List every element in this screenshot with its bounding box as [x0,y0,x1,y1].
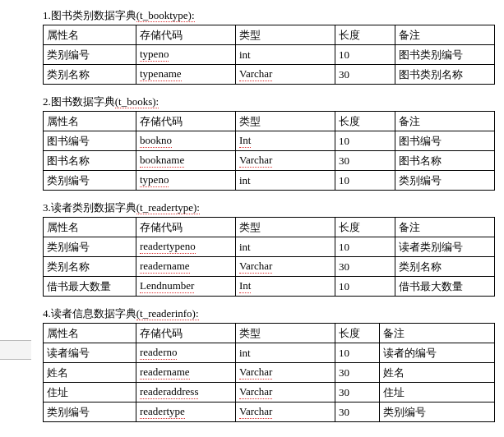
table-header-row: 属性名 存储代码 类型 长度 备注 [44,324,495,343]
cell: 类别名称 [44,257,136,277]
cell: 图书名称 [395,151,495,171]
cell: Varchar [236,402,335,422]
cell: readername [136,363,236,383]
table-row: 类别编号 readertypeno int 10 读者类别编号 [44,237,495,257]
col-attr: 属性名 [44,324,136,343]
col-code: 存储代码 [136,25,236,45]
table-row: 图书名称 bookname Varchar 30 图书名称 [44,151,495,171]
section-num: 3. [43,201,51,214]
col-len: 长度 [335,112,395,131]
cell-text: readeraddress [140,386,198,398]
cell: 10 [335,343,380,363]
cell: Lendnumber [136,277,236,297]
cell-text: Int [239,135,251,147]
table-readerinfo: 属性名 存储代码 类型 长度 备注 读者编号 readerno int 10 读… [43,323,495,422]
cell: 10 [335,237,395,257]
col-code: 存储代码 [136,324,236,343]
cell: 类别名称 [395,257,495,277]
section-3-title: 3.读者类别数据字典(t_readertype): [43,200,503,215]
table-row: 姓名 readername Varchar 30 姓名 [44,363,495,383]
section-num: 4. [43,307,51,320]
cell-text: bookno [140,135,172,147]
cell: 10 [335,277,395,297]
cell: int [236,171,335,191]
cell: Varchar [236,65,335,85]
cell-text: Int [239,280,251,292]
section-name: 图书数据字典 [51,95,115,108]
table-readertype: 属性名 存储代码 类型 长度 备注 类别编号 readertypeno int … [43,217,495,297]
cell-text: readername [140,366,190,379]
page-ruler-mark [0,340,31,360]
col-len: 长度 [335,218,395,237]
cell: 读者类别编号 [395,237,495,257]
col-note: 备注 [380,324,495,343]
cell: int [236,45,335,65]
cell: 图书编号 [395,131,495,151]
section-1-title: 1.图书类别数据字典(t_booktype): [43,8,503,23]
cell-text: Varchar [239,406,272,418]
cell: 10 [335,45,395,65]
cell: Varchar [236,257,335,277]
table-row: 类别编号 typeno int 10 图书类别编号 [44,45,495,65]
table-books: 属性名 存储代码 类型 长度 备注 图书编号 bookno Int 10 图书编… [43,111,495,191]
cell: 10 [335,171,395,191]
section-spell: (t_booktype): [136,10,195,22]
table-row: 读者编号 readerno int 10 读者的编号 [44,343,495,363]
cell: typeno [136,171,236,191]
cell: bookname [136,151,236,171]
section-num: 2. [43,95,51,108]
table-header-row: 属性名 存储代码 类型 长度 备注 [44,25,495,45]
cell: 30 [335,383,380,402]
cell: readerno [136,343,236,363]
col-type: 类型 [236,218,335,237]
cell: 30 [335,257,395,277]
col-len: 长度 [335,324,380,343]
table-booktype: 属性名 存储代码 类型 长度 备注 类别编号 typeno int 10 图书类… [43,25,495,85]
cell: int [236,237,335,257]
cell: 类别名称 [44,65,136,85]
col-note: 备注 [395,112,495,131]
section-name: 读者信息数据字典 [51,307,136,320]
col-len: 长度 [335,25,395,45]
cell: readeraddress [136,383,236,402]
cell: 10 [335,131,395,151]
cell-text: Varchar [239,154,272,167]
cell: Varchar [236,363,335,383]
table-row: 借书最大数量 Lendnumber Int 10 借书最大数量 [44,277,495,297]
cell: 30 [335,151,395,171]
col-note: 备注 [395,25,495,45]
cell-text: readername [140,260,190,273]
table-row: 类别名称 readername Varchar 30 类别名称 [44,257,495,277]
cell: 借书最大数量 [395,277,495,297]
cell: 类别编号 [44,402,136,422]
section-name: 读者类别数据字典 [51,201,136,214]
col-attr: 属性名 [44,25,136,45]
table-row: 类别编号 readertype Varchar 30 类别编号 [44,402,495,422]
cell: int [236,343,335,363]
cell-text: Varchar [239,260,272,273]
cell: Varchar [236,383,335,402]
col-note: 备注 [395,218,495,237]
table-header-row: 属性名 存储代码 类型 长度 备注 [44,218,495,237]
cell-text: bookname [140,154,184,167]
col-attr: 属性名 [44,218,136,237]
cell: 图书类别编号 [395,45,495,65]
cell: 类别编号 [44,171,136,191]
cell: 30 [335,363,380,383]
col-code: 存储代码 [136,112,236,131]
cell: 类别编号 [44,45,136,65]
cell: 30 [335,65,395,85]
cell-text: readertype [140,406,185,418]
cell: bookno [136,131,236,151]
cell: 姓名 [380,363,495,383]
section-name: 图书类别数据字典 [51,9,136,21]
section-num: 1. [43,9,51,22]
cell: 住址 [44,383,136,402]
table-row: 类别名称 typename Varchar 30 图书类别名称 [44,65,495,85]
cell: 30 [335,402,380,422]
cell-text: Varchar [239,386,272,398]
cell: typeno [136,45,236,65]
table-row: 住址 readeraddress Varchar 30 住址 [44,383,495,402]
cell: readertype [136,402,236,422]
section-2-title: 2.图书数据字典(t_books): [43,94,503,109]
